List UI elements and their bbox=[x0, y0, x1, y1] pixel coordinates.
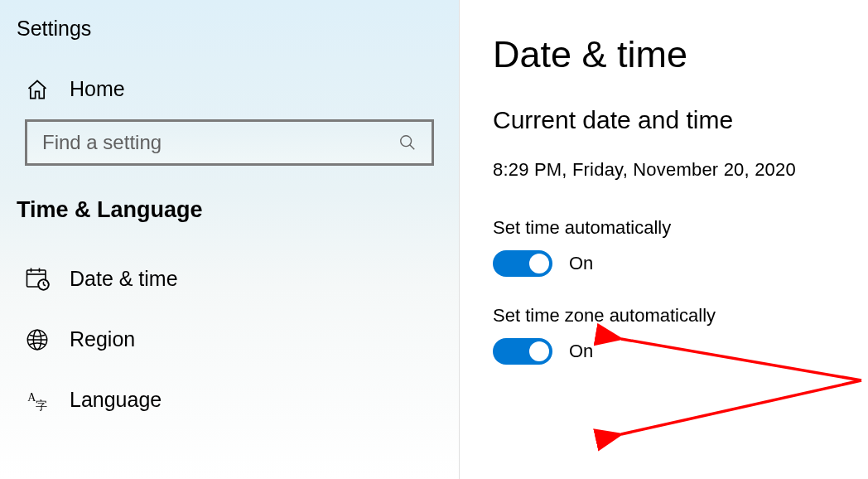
app-title: Settings bbox=[0, 10, 459, 64]
sidebar-item-label: Date & time bbox=[70, 267, 178, 291]
home-icon bbox=[25, 78, 50, 101]
sidebar-item-label: Region bbox=[70, 327, 135, 351]
calendar-clock-icon bbox=[25, 266, 50, 291]
toggle-set-time-auto[interactable] bbox=[493, 250, 552, 277]
nav-home-label: Home bbox=[70, 77, 125, 101]
section-title: Time & Language bbox=[0, 181, 459, 248]
sidebar-item-language[interactable]: A 字 Language bbox=[0, 370, 459, 430]
page-title: Date & time bbox=[493, 33, 868, 76]
subhead-current: Current date and time bbox=[493, 106, 868, 134]
toggle-knob bbox=[529, 254, 549, 273]
main-content: Date & time Current date and time 8:29 P… bbox=[460, 0, 868, 479]
search-box[interactable] bbox=[25, 119, 434, 166]
setting-set-timezone-auto: Set time zone automatically On bbox=[493, 305, 868, 365]
toggle-set-timezone-auto[interactable] bbox=[493, 338, 552, 365]
language-icon: A 字 bbox=[25, 389, 50, 412]
svg-line-9 bbox=[44, 285, 46, 286]
toggle-state: On bbox=[569, 253, 593, 274]
search-input[interactable] bbox=[42, 131, 398, 154]
sidebar-item-date-time[interactable]: Date & time bbox=[0, 248, 459, 309]
svg-line-1 bbox=[410, 145, 415, 150]
setting-set-time-auto: Set time automatically On bbox=[493, 217, 868, 277]
sidebar-item-region[interactable]: Region bbox=[0, 309, 459, 370]
sidebar-item-label: Language bbox=[70, 388, 162, 412]
nav-home[interactable]: Home bbox=[0, 64, 459, 114]
sidebar: Settings Home Time & Lan bbox=[0, 0, 460, 479]
setting-label: Set time zone automatically bbox=[493, 305, 868, 327]
toggle-knob bbox=[529, 341, 549, 361]
svg-text:字: 字 bbox=[36, 399, 47, 411]
search-icon bbox=[398, 133, 417, 152]
svg-point-0 bbox=[401, 136, 412, 147]
globe-icon bbox=[25, 328, 50, 351]
current-datetime: 8:29 PM, Friday, November 20, 2020 bbox=[493, 159, 868, 181]
setting-label: Set time automatically bbox=[493, 217, 868, 239]
toggle-state: On bbox=[569, 341, 593, 362]
